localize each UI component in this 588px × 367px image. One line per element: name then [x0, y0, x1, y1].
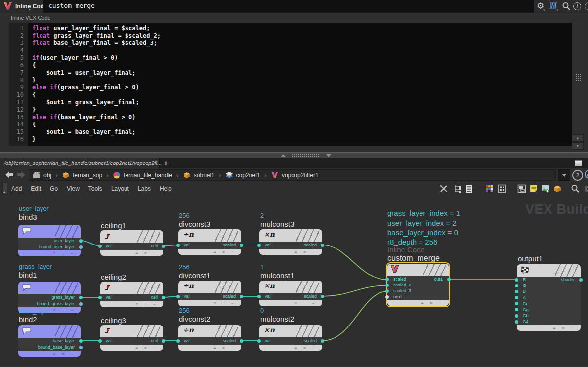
forward-button[interactable] [16, 171, 26, 181]
houdini-help-icon[interactable]: H [549, 1, 556, 11]
node-ceiling3[interactable]: valceil ≡ = − [100, 325, 163, 351]
add-image-icon[interactable] [541, 184, 550, 193]
pane-type-icon[interactable] [3, 1, 13, 11]
input-pin-C4[interactable] [515, 320, 518, 324]
menu-labs[interactable]: Labs [133, 185, 155, 192]
divider-collapse-up-icon[interactable] [281, 154, 286, 157]
node-path-field[interactable]: custom_merge [43, 0, 534, 13]
input-pin-R[interactable] [515, 278, 518, 282]
output-pin[interactable] [240, 339, 243, 343]
windows-icon[interactable] [517, 184, 526, 193]
output-pin[interactable] [162, 245, 165, 248]
box-icon[interactable] [553, 184, 562, 193]
network-tree-icon[interactable] [453, 184, 462, 193]
menu-help[interactable]: Help [155, 185, 176, 192]
menu-edit[interactable]: Edit [26, 185, 45, 192]
output-pin[interactable] [321, 295, 324, 298]
radial-menu-icon[interactable] [585, 170, 588, 179]
output-pin[interactable] [79, 296, 83, 299]
tab-close-icon[interactable]: × [153, 160, 156, 165]
output-pin[interactable] [79, 239, 83, 243]
divider-grip-icon[interactable] [292, 154, 320, 158]
node-mulconst2[interactable]: ×n valscaled ≡ = − [259, 325, 322, 351]
network-editor[interactable]: VEX Builder grass_layer_index = 1 [0, 196, 588, 367]
wire-mulconst3-merge[interactable] [322, 245, 387, 280]
node-bind2[interactable]: base_layer bound_base_layer ≡ = − [18, 325, 81, 357]
input-pin-next[interactable] [385, 295, 389, 299]
custom-merge-body[interactable]: scaledout1 scaled_2 scaled_3 next ≡ = − [387, 264, 449, 306]
output-pin[interactable] [240, 295, 243, 298]
help-icon[interactable]: ? [585, 2, 588, 10]
scroll-down-button[interactable]: ▼ [572, 142, 584, 150]
node-divconst3[interactable]: ÷n valscaled ≡ = − [178, 229, 241, 255]
output-pin[interactable] [79, 245, 83, 249]
input-pin-Cg[interactable] [515, 308, 518, 311]
code-vertical-scrollbar[interactable] [572, 23, 584, 146]
wire-mulconst2-merge[interactable] [322, 291, 387, 341]
input-pin-scaled3[interactable] [385, 289, 389, 293]
wire-mulconst1-merge[interactable] [322, 285, 387, 296]
pane-menu-arrow-icon[interactable]: ▾ [29, 7, 31, 12]
grid-layout-icon[interactable] [498, 184, 506, 193]
node-mulconst1[interactable]: ×n valscaled ≡ = − [259, 281, 322, 306]
node-output1[interactable]: Rshader G B A Cr Cg Cb C4 ≡ = − [517, 264, 581, 331]
menu-view[interactable]: View [62, 185, 84, 192]
back-button[interactable] [4, 171, 14, 181]
color-palette-icon[interactable] [485, 184, 494, 193]
node-mulconst3[interactable]: ×n valscaled ≡ = − [259, 229, 322, 255]
node-bind3[interactable]: user_layer bound_user_layer ≡ = − [18, 225, 81, 256]
network-path-tab[interactable]: /obj/terrian_sop/terrian_tile_handle/sub… [0, 158, 160, 168]
menu-layout[interactable]: Layout [107, 185, 133, 192]
input-pin[interactable] [176, 295, 180, 298]
input-pin[interactable] [98, 339, 102, 343]
pane-maximize-icon[interactable] [575, 160, 582, 166]
input-pin[interactable] [257, 295, 261, 298]
search-icon[interactable] [562, 2, 571, 13]
wire-bind3-ceiling1[interactable] [81, 241, 101, 246]
output-pin[interactable] [79, 339, 83, 343]
output-pin[interactable] [240, 244, 243, 247]
info-icon[interactable]: i [573, 2, 581, 10]
breadcrumb-item-obj[interactable]: obj [29, 171, 55, 179]
scroll-up-button[interactable]: ▲ [572, 134, 584, 142]
node-divconst2[interactable]: ÷n valscaled ≡ = − [178, 325, 241, 351]
output-pin-out1[interactable] [447, 278, 451, 281]
node-divconst1[interactable]: ÷n valscaled ≡ = − [178, 281, 241, 306]
divider-collapse-down-icon[interactable] [326, 154, 331, 157]
find-node-icon[interactable] [571, 184, 580, 193]
output-pin-shader[interactable] [579, 278, 583, 282]
menu-tools[interactable]: Tools [84, 185, 107, 192]
input-pin[interactable] [98, 296, 102, 299]
list-view-icon[interactable] [465, 184, 474, 193]
tools-wrench-icon[interactable] [439, 184, 448, 193]
history-count-badge[interactable]: 2 [572, 170, 583, 181]
node-custom-merge[interactable]: scaledout1 scaled_2 scaled_3 next ≡ = − [386, 262, 450, 307]
vex-code-editor[interactable]: 1float user_layer_final = $scaled;2float… [9, 23, 572, 146]
input-pin[interactable] [257, 339, 261, 343]
breadcrumb-item-cop2net1[interactable]: cop2net1 [222, 171, 264, 179]
node-ceiling2[interactable]: valceil ≡ = − [100, 282, 163, 307]
output-pin[interactable] [162, 339, 165, 343]
input-pin-Cb[interactable] [515, 314, 518, 318]
node-ceiling1[interactable]: valceil ≡ = − [100, 230, 163, 256]
sticky-note-icon[interactable] [529, 184, 538, 193]
input-pin-scaled2[interactable] [385, 284, 389, 287]
menu-add[interactable]: Add [7, 185, 26, 192]
scrollbar-grip[interactable] [575, 73, 581, 81]
input-pin-B[interactable] [515, 290, 518, 293]
input-pin-scaled[interactable] [385, 278, 389, 281]
path-history-dropdown[interactable] [558, 169, 570, 181]
output-pin[interactable] [79, 302, 83, 306]
input-pin-A[interactable] [515, 296, 518, 299]
output-pin[interactable] [321, 339, 324, 343]
input-pin-Cr[interactable] [515, 302, 518, 305]
menu-go[interactable]: Go [45, 185, 62, 192]
output-pin[interactable] [162, 296, 165, 299]
breadcrumb-item-terrian-sop[interactable]: terrian_sop [58, 171, 106, 179]
breadcrumb-item-terrian-tile-handle[interactable]: terrian_tile_handle [109, 171, 176, 179]
input-pin-G[interactable] [515, 284, 518, 287]
pane-type-label[interactable]: Inline Code [15, 3, 47, 10]
pane-divider[interactable] [0, 152, 588, 158]
breadcrumb-item-vopcop2filter1[interactable]: vopcop2filter1 [267, 171, 322, 179]
new-tab-button[interactable]: + [164, 159, 168, 167]
